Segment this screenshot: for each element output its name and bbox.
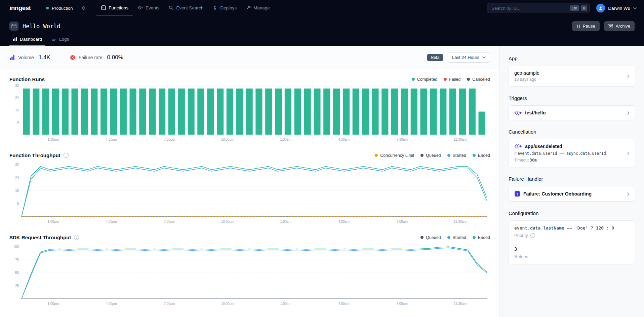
- svg-text:7:00am: 7:00am: [396, 302, 407, 306]
- chevron-down-icon: [633, 7, 637, 9]
- legend-dot: [420, 154, 424, 157]
- legend-item-queued: Queued: [420, 235, 441, 240]
- page-title: Hello World: [23, 23, 61, 30]
- search-placeholder: Search by ID...: [491, 6, 568, 11]
- details-sidebar: App gcp-sample 18 days ago › Triggers te…: [499, 46, 644, 317]
- user-menu[interactable]: Darwin Wu: [596, 4, 637, 12]
- svg-text:11:30am: 11:30am: [454, 220, 467, 223]
- legend-dot: [444, 78, 447, 81]
- svg-text:4:30am: 4:30am: [338, 138, 349, 141]
- svg-text:4:00am: 4:00am: [338, 220, 349, 223]
- legend-dot: [447, 236, 450, 239]
- archive-button[interactable]: Archive: [604, 21, 635, 31]
- failure-handler-card[interactable]: ƒ Failure: Customer Onboarding ›: [509, 186, 635, 202]
- functions-icon: [101, 5, 106, 10]
- legend-dot: [473, 154, 476, 157]
- kbd-k: K: [581, 5, 587, 11]
- svg-text:ƒ: ƒ: [516, 192, 518, 196]
- svg-text:75: 75: [15, 258, 19, 262]
- svg-text:1:30pm: 1:30pm: [47, 138, 58, 141]
- tab-dashboard[interactable]: Dashboard: [9, 34, 45, 46]
- info-icon[interactable]: i: [74, 235, 79, 240]
- svg-text:1:00am: 1:00am: [280, 302, 291, 306]
- cancellation-timeout: Timeout30m: [514, 158, 606, 163]
- nav-item-events[interactable]: Events: [133, 0, 164, 16]
- failure-handler-heading: Failure Handler: [509, 176, 635, 182]
- svg-text:10:30pm: 10:30pm: [221, 138, 234, 141]
- function-throughput-legend: Concurrency LimitQueuedStartedEnded: [375, 153, 490, 158]
- sdk-throughput-title: SDK Request Throughput: [9, 235, 71, 240]
- nav-item-deploys[interactable]: Deploys: [208, 0, 241, 16]
- trigger-card[interactable]: test/hello ›: [509, 105, 635, 120]
- search-icon: [169, 5, 173, 10]
- info-icon[interactable]: i: [64, 153, 69, 158]
- legend-item-canceled: Canceled: [467, 77, 490, 82]
- svg-text:1:30am: 1:30am: [280, 138, 291, 141]
- chart-canvas: 81624321:30pm4:30pm7:30pm10:30pm1:30am4:…: [9, 83, 490, 143]
- cancellation-condition: Ifevent.data.userId == async.data.userId: [514, 151, 606, 156]
- info-icon[interactable]: i: [530, 233, 535, 238]
- nav-item-functions[interactable]: Functions: [96, 0, 133, 16]
- svg-text:4:00am: 4:00am: [338, 302, 349, 306]
- time-range-dropdown[interactable]: Last 24 Hours: [448, 52, 490, 63]
- chevron-right-icon: ›: [623, 110, 630, 115]
- stats-bar: Volume 1.4K Failure rate 0.00% Beta Last…: [0, 46, 499, 69]
- event-trigger-icon: [514, 144, 522, 148]
- function-throughput-section: Function Throughput i Concurrency LimitQ…: [0, 145, 499, 227]
- svg-text:16: 16: [15, 108, 19, 112]
- nav-item-label: Event Search: [176, 5, 203, 10]
- kbd-ctrl: Ctrl: [570, 5, 579, 11]
- tab-logs[interactable]: Logs: [49, 34, 72, 46]
- svg-text:7:30am: 7:30am: [396, 138, 407, 141]
- priority-expression: event.data.lastName == 'Doe' ? 120 : 0: [514, 225, 630, 231]
- svg-text:16: 16: [15, 189, 19, 192]
- cancellation-heading: Cancellation: [509, 129, 635, 135]
- pause-button[interactable]: Pause: [572, 21, 600, 31]
- svg-text:7:30pm: 7:30pm: [164, 138, 175, 141]
- svg-text:7:00am: 7:00am: [396, 220, 407, 223]
- app-card[interactable]: gcp-sample 18 days ago ›: [509, 66, 635, 86]
- environment-selector[interactable]: Production: [43, 4, 89, 13]
- failure-rate-label: Failure rate: [79, 55, 103, 60]
- volume-stat: Volume 1.4K: [9, 54, 50, 61]
- app-heading: App: [509, 56, 635, 61]
- dashboard-icon: [13, 37, 17, 41]
- chevron-right-icon: ›: [623, 74, 630, 78]
- cancellation-card[interactable]: app/user.deleted Ifevent.data.userId == …: [509, 139, 635, 167]
- svg-text:100: 100: [13, 245, 19, 249]
- svg-text:10:00pm: 10:00pm: [221, 302, 234, 306]
- person-icon: [598, 6, 603, 10]
- retries-label: Retries: [514, 254, 630, 259]
- legend-dot: [412, 78, 415, 81]
- app-logo: inngest: [9, 4, 31, 12]
- dashboard-content: Volume 1.4K Failure rate 0.00% Beta Last…: [0, 46, 499, 317]
- svg-text:11:30am: 11:30am: [454, 302, 467, 306]
- pause-icon: [576, 24, 580, 28]
- chart-canvas: 2550751001:00pm4:00pm7:00pm10:00pm1:00am…: [9, 241, 490, 307]
- triggers-heading: Triggers: [509, 95, 635, 101]
- search-input[interactable]: Search by ID... Ctrl K: [487, 3, 590, 13]
- if-label: If: [514, 151, 517, 156]
- failure-icon: [70, 55, 75, 60]
- sdk-throughput-legend: QueuedStartedEnded: [420, 235, 490, 240]
- env-label: Production: [52, 6, 78, 11]
- legend-item-completed: Completed: [412, 77, 437, 82]
- svg-text:7:00pm: 7:00pm: [164, 302, 175, 306]
- selector-caret-icon: [81, 6, 86, 10]
- nav-item-label: Manage: [253, 5, 270, 10]
- svg-text:32: 32: [15, 84, 19, 87]
- function-tabs: Dashboard Logs: [9, 34, 635, 46]
- legend-item-started: Started: [447, 153, 466, 158]
- svg-text:32: 32: [15, 163, 19, 167]
- svg-text:11:30am: 11:30am: [454, 138, 467, 141]
- function-runs-title: Function Runs: [9, 76, 45, 82]
- legend-item-started: Started: [447, 235, 466, 240]
- window-icon: [11, 24, 16, 29]
- nav-item-event-search[interactable]: Event Search: [164, 0, 208, 16]
- archive-icon: [608, 24, 613, 28]
- primary-nav: Functions Events Event Search Deploys: [96, 0, 274, 16]
- nav-item-manage[interactable]: Manage: [241, 0, 275, 16]
- chevron-right-icon: ›: [623, 151, 630, 155]
- sdk-throughput-chart: 2550751001:00pm4:00pm7:00pm10:00pm1:00am…: [9, 241, 490, 307]
- legend-item-concurrency-limit: Concurrency Limit: [375, 153, 414, 158]
